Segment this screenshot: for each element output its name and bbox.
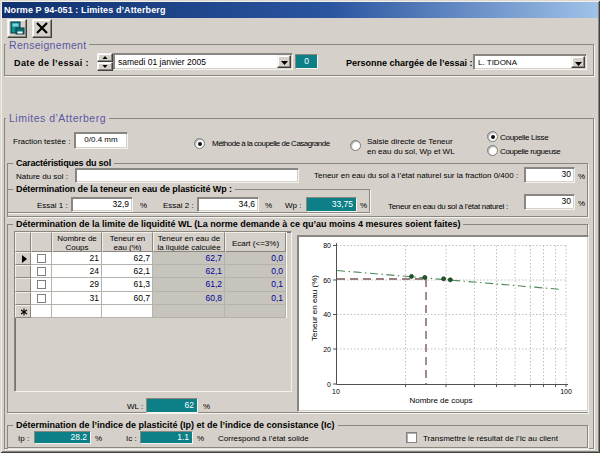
svg-text:40: 40: [323, 311, 331, 318]
svg-text:0: 0: [327, 381, 331, 388]
svg-text:80: 80: [323, 242, 331, 249]
svg-text:10: 10: [332, 388, 340, 395]
svg-text:20: 20: [323, 346, 331, 353]
svg-text:Teneur en eau (%): Teneur en eau (%): [310, 275, 319, 341]
svg-text:100: 100: [560, 388, 572, 395]
svg-text:Nombre de coups: Nombre de coups: [409, 396, 472, 405]
svg-text:60: 60: [323, 277, 331, 284]
